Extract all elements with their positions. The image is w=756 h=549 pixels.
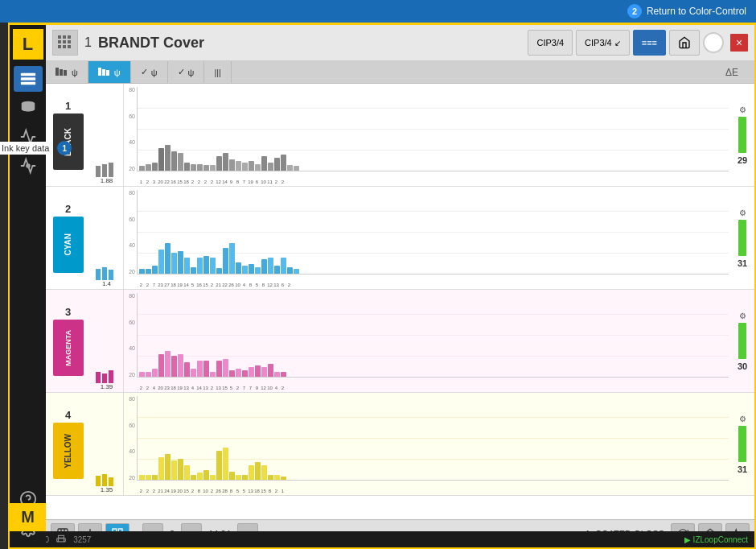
black-meter: 1.88 (90, 84, 124, 186)
cyan-right-indicator: ⚙ 31 (730, 187, 754, 289)
svg-rect-20 (98, 68, 101, 76)
cyan-green-bar (738, 220, 746, 256)
color-section-cyan: 2 CYAN 1.4 80604020 (46, 187, 754, 290)
black-section-num: 1 (65, 100, 71, 112)
header-status-circle (703, 32, 724, 53)
svg-rect-30 (102, 374, 107, 383)
svg-rect-25 (109, 163, 113, 177)
yellow-right-indicator: ⚙ 31 (730, 393, 754, 495)
notification-text[interactable]: Return to Color-Control (647, 6, 746, 17)
magenta-bars-area: 80604020 (124, 290, 730, 392)
magenta-right-val: 30 (738, 361, 747, 371)
magenta-meter-val: 1.39 (101, 383, 113, 390)
tab-bar: ψ ψ ✓ ψ ✓ ψ ||| ΔE (46, 61, 754, 84)
svg-rect-15 (63, 45, 66, 48)
magenta-right-indicator: ⚙ 30 (730, 290, 754, 392)
cyan-section-num: 2 (65, 203, 71, 215)
yellow-bars-grid (137, 396, 729, 481)
svg-rect-24 (102, 164, 107, 177)
svg-rect-9 (63, 35, 66, 39)
yellow-settings-icon[interactable]: ⚙ (739, 415, 746, 423)
tab-delta: ΔE (709, 67, 754, 78)
header-buttons: CIP3/4 CIP3/4 ↙ ≡≡≡ × (528, 30, 748, 56)
svg-rect-0 (20, 73, 35, 76)
notification-badge: 2 (627, 4, 642, 19)
cyan-bars (138, 190, 729, 274)
black-settings-icon[interactable]: ⚙ (739, 105, 746, 114)
sidebar-icon-graph2[interactable] (14, 153, 43, 179)
svg-rect-13 (68, 40, 71, 43)
top-notification-bar: 2 Return to Color-Control (0, 0, 756, 23)
tab-3[interactable]: ✓ ψ (131, 61, 168, 83)
magenta-bars (138, 293, 729, 377)
header-btn-cip3[interactable]: CIP3/4 (528, 30, 573, 56)
annotation-badge: 1 (57, 141, 72, 155)
content-area: 1 BLACK 1.88 80 60 40 (46, 84, 754, 519)
svg-rect-29 (96, 372, 101, 383)
svg-rect-16 (68, 45, 71, 48)
header-btn-cip3-down[interactable]: CIP3/4 ↙ (576, 30, 630, 56)
tab-4[interactable]: ✓ ψ (168, 61, 205, 83)
black-bars-area: 80 60 40 20 (124, 84, 730, 186)
svg-rect-1 (20, 77, 35, 80)
yellow-meter-val: 1.35 (101, 486, 113, 493)
printer-icon (55, 534, 67, 545)
sidebar-icon-db[interactable] (14, 95, 43, 121)
yellow-bars (138, 396, 729, 480)
sidebar: L (10, 25, 46, 547)
black-right-val: 29 (738, 155, 747, 165)
svg-rect-23 (96, 166, 101, 177)
magenta-section-num: 3 (65, 306, 71, 318)
sidebar-logo[interactable]: L (13, 29, 43, 60)
main-window: L 1 BRANDT Cover C (8, 23, 756, 549)
black-numbers: 123 20221615 182222 121498 71961011 22 (138, 180, 729, 184)
svg-rect-8 (58, 35, 61, 39)
magenta-meter: 1.39 (90, 290, 124, 392)
sidebar-icon-stack[interactable] (14, 66, 43, 92)
color-section-yellow: 4 YELLOW 1.35 80604020 (46, 393, 754, 496)
tab-5[interactable]: ||| (204, 61, 232, 83)
cyan-label-area: 2 CYAN (46, 187, 90, 289)
magenta-settings-icon[interactable]: ⚙ (739, 312, 746, 320)
cyan-bars-grid (137, 190, 729, 274)
svg-rect-32 (96, 476, 101, 486)
yellow-numbers: 222 2124192015 28102 2628 855 131815 821 (138, 489, 729, 493)
magenta-green-bar (738, 323, 746, 359)
header: 1 BRANDT Cover CIP3/4 CIP3/4 ↙ ≡≡≡ × (46, 25, 754, 61)
annotation-label: Ink key data (0, 142, 52, 155)
magenta-numbers: 224 2023181913 414132 13155 2779 121042 (138, 386, 729, 390)
svg-rect-22 (106, 70, 109, 76)
header-btn-bars[interactable]: ≡≡≡ (633, 30, 666, 56)
black-bars (138, 87, 729, 171)
close-button[interactable]: × (730, 34, 748, 52)
magenta-bars-grid (137, 293, 729, 378)
yellow-right-val: 31 (738, 464, 747, 474)
black-label-area: 1 BLACK (46, 84, 90, 186)
cyan-settings-icon[interactable]: ⚙ (739, 208, 746, 217)
svg-rect-11 (58, 40, 61, 43)
yellow-label-area: 4 YELLOW (46, 393, 90, 495)
header-grid-icon (52, 30, 78, 56)
header-title: BRANDT Cover (98, 35, 522, 52)
svg-rect-12 (63, 40, 66, 43)
cyan-numbers: 227 2327181914 51615 221222610 4858 1213… (138, 283, 729, 287)
svg-rect-27 (102, 267, 107, 280)
cyan-bars-area: 80604020 (124, 187, 730, 289)
yellow-bars-area: 80604020 (124, 393, 730, 495)
version-bar: v8.0.92.0 3257 ▶ IZLoopConnect (10, 531, 754, 547)
yellow-label: YELLOW (64, 434, 72, 469)
svg-rect-18 (60, 69, 63, 76)
magenta-label: MAGENTA (64, 330, 72, 366)
yellow-green-bar (738, 426, 746, 462)
yellow-meter: 1.35 (90, 393, 124, 495)
black-meter-val: 1.88 (101, 177, 113, 184)
black-green-bar (738, 117, 746, 153)
yellow-m-box: M (10, 503, 46, 531)
tab-2[interactable]: ψ (88, 61, 131, 83)
svg-rect-31 (109, 370, 113, 383)
cyan-right-val: 31 (738, 258, 747, 268)
header-btn-home[interactable] (669, 30, 700, 56)
yellow-section-num: 4 (65, 409, 71, 421)
svg-rect-33 (102, 474, 107, 486)
tab-1[interactable]: ψ (46, 61, 88, 83)
